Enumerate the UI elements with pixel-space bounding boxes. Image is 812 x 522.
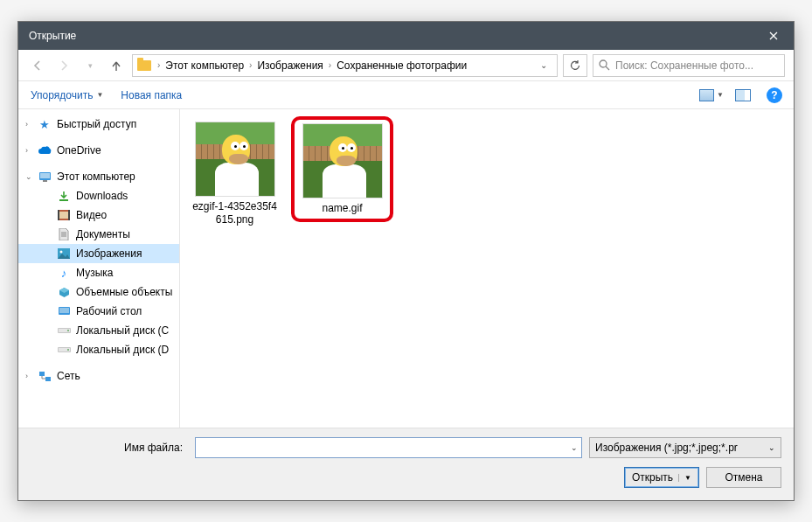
svg-rect-8 xyxy=(68,210,70,220)
sidebar-item-network[interactable]: › Сеть xyxy=(18,366,179,386)
open-button[interactable]: Открыть ▼ xyxy=(624,467,699,488)
file-item-selected[interactable]: name.gif xyxy=(296,122,388,217)
sidebar-item-label: Локальный диск (D xyxy=(76,344,169,356)
file-thumbnail xyxy=(302,123,383,198)
svg-rect-3 xyxy=(43,180,47,182)
titlebar: Открытие xyxy=(18,22,794,50)
refresh-icon xyxy=(569,59,581,72)
file-open-dialog: Открытие ▾ › Этот компьютер › Изображени… xyxy=(17,21,795,501)
download-icon xyxy=(57,189,71,203)
svg-rect-19 xyxy=(39,372,45,376)
sidebar-item-desktop[interactable]: Рабочий стол xyxy=(18,302,179,321)
organize-label: Упорядочить xyxy=(31,89,93,101)
drive-icon xyxy=(57,343,71,357)
svg-rect-2 xyxy=(40,173,50,178)
sidebar-item-quick-access[interactable]: › ★ Быстрый доступ xyxy=(18,115,179,134)
svg-rect-6 xyxy=(59,212,68,219)
svg-rect-4 xyxy=(59,199,68,201)
sidebar-item-label: Документы xyxy=(76,228,130,240)
nav-back-button[interactable] xyxy=(27,55,48,76)
arrow-left-icon xyxy=(31,59,44,72)
close-icon xyxy=(769,31,778,40)
view-mode-button[interactable]: ▼ xyxy=(699,86,724,105)
sidebar-item-music[interactable]: ♪ Музыка xyxy=(18,263,179,282)
breadcrumb[interactable]: Изображения xyxy=(253,59,326,72)
arrow-right-icon xyxy=(58,59,70,72)
window-title: Открытие xyxy=(29,30,753,42)
sidebar-item-local-disk-c[interactable]: Локальный диск (C xyxy=(18,321,179,340)
preview-pane-button[interactable] xyxy=(731,86,755,105)
document-icon xyxy=(57,227,71,241)
sidebar-item-3d-objects[interactable]: Объемные объекты xyxy=(18,282,179,302)
thumbnails-icon xyxy=(699,89,714,101)
sidebar-item-label: Музыка xyxy=(76,267,113,279)
nav-forward-button[interactable] xyxy=(53,55,74,76)
sidebar-item-downloads[interactable]: Downloads xyxy=(18,186,179,205)
preview-pane-icon xyxy=(735,89,751,101)
close-button[interactable] xyxy=(753,22,794,50)
help-button[interactable]: ? xyxy=(762,86,787,105)
desktop-icon xyxy=(57,304,71,318)
chevron-right-icon: › xyxy=(25,146,28,155)
sidebar-item-pictures[interactable]: Изображения xyxy=(18,244,179,263)
dialog-body: › ★ Быстрый доступ › OneDrive ⌄ xyxy=(18,109,794,428)
sidebar-item-label: Объемные объекты xyxy=(76,286,172,298)
chevron-right-icon: › xyxy=(25,372,28,380)
address-dropdown-button[interactable]: ⌄ xyxy=(534,55,553,76)
sidebar-item-onedrive[interactable]: › OneDrive xyxy=(18,141,179,160)
address-box[interactable]: › Этот компьютер › Изображения › Сохране… xyxy=(132,54,558,77)
refresh-button[interactable] xyxy=(563,54,587,77)
breadcrumb[interactable]: Этот компьютер xyxy=(162,59,247,72)
cloud-icon xyxy=(38,143,52,157)
bottom-bar: Имя файла: ⌄ Изображения (*.jpg;*.jpeg;*… xyxy=(18,428,794,500)
sidebar-item-local-disk-d[interactable]: Локальный диск (D xyxy=(18,340,179,359)
svg-rect-7 xyxy=(58,210,59,220)
drive-icon xyxy=(57,324,71,338)
chevron-down-icon: ▼ xyxy=(717,91,724,99)
sidebar-item-label: Сеть xyxy=(57,370,80,382)
search-input[interactable]: Поиск: Сохраненные фото... xyxy=(593,54,785,77)
svg-rect-20 xyxy=(45,377,51,381)
filter-label: Изображения (*.jpg;*.jpeg;*.pr xyxy=(595,442,738,454)
search-placeholder: Поиск: Сохраненные фото... xyxy=(615,59,753,72)
sidebar-item-label: Локальный диск (C xyxy=(76,324,169,337)
address-bar: ▾ › Этот компьютер › Изображения › Сохра… xyxy=(18,50,794,81)
sidebar-item-documents[interactable]: Документы xyxy=(18,225,179,244)
music-note-icon: ♪ xyxy=(57,266,71,280)
sidebar-item-label: OneDrive xyxy=(57,144,101,157)
sidebar-item-label: Downloads xyxy=(76,190,128,202)
sidebar-item-videos[interactable]: Видео xyxy=(18,205,179,225)
sidebar-item-this-pc[interactable]: ⌄ Этот компьютер xyxy=(18,167,179,186)
svg-rect-12 xyxy=(59,308,69,313)
network-icon xyxy=(38,369,52,383)
chevron-right-icon: › xyxy=(156,60,162,70)
nav-history-button[interactable]: ▾ xyxy=(80,55,101,76)
svg-point-18 xyxy=(67,349,69,351)
open-button-label: Открыть xyxy=(632,471,673,484)
file-item[interactable]: ezgif-1-4352e35f4615.png xyxy=(189,122,281,226)
toolbar: Упорядочить ▼ Новая папка ▼ ? xyxy=(18,81,794,109)
new-folder-button[interactable]: Новая папка xyxy=(115,86,187,105)
sidebar-item-label: Рабочий стол xyxy=(76,305,142,317)
help-icon: ? xyxy=(767,87,782,103)
chevron-down-icon: ▼ xyxy=(678,474,691,482)
sidebar-item-label: Быстрый доступ xyxy=(57,118,136,130)
file-type-filter[interactable]: Изображения (*.jpg;*.jpeg;*.pr ⌄ xyxy=(589,437,781,458)
nav-up-button[interactable] xyxy=(106,55,127,76)
cancel-button[interactable]: Отмена xyxy=(706,467,781,488)
breadcrumb[interactable]: Сохраненные фотографии xyxy=(333,59,470,72)
arrow-up-icon xyxy=(110,59,122,72)
svg-point-0 xyxy=(600,60,607,67)
organize-menu[interactable]: Упорядочить ▼ xyxy=(25,86,108,105)
sidebar-item-label: Видео xyxy=(76,209,107,221)
image-icon xyxy=(57,247,71,261)
file-list[interactable]: ezgif-1-4352e35f4615.png name.gif xyxy=(180,109,794,428)
chevron-right-icon: › xyxy=(25,120,28,129)
svg-point-15 xyxy=(67,330,69,331)
sidebar-item-label: Этот компьютер xyxy=(57,171,135,183)
filename-input[interactable]: ⌄ xyxy=(195,437,582,458)
cancel-button-label: Отмена xyxy=(725,471,762,484)
cube-icon xyxy=(57,285,71,299)
chevron-down-icon: ▼ xyxy=(96,91,103,99)
svg-point-10 xyxy=(60,251,63,254)
